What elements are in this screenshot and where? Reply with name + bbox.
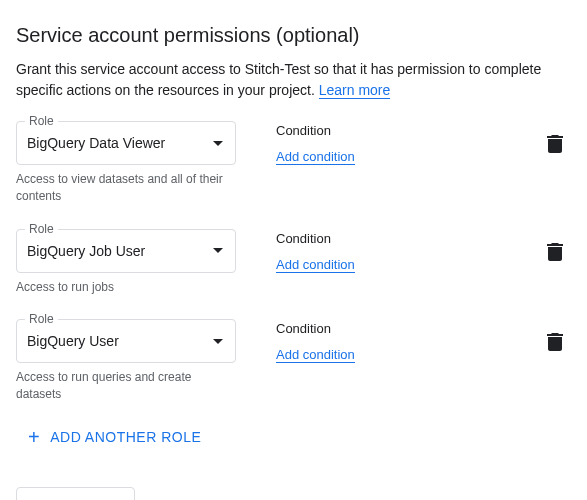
trash-icon [547,248,563,264]
delete-role-button[interactable] [547,121,571,156]
condition-label: Condition [276,123,507,138]
role-select[interactable]: RoleBigQuery Data Viewer [16,121,236,165]
condition-label: Condition [276,321,507,336]
role-row: RoleBigQuery Data ViewerAccess to view d… [16,121,571,205]
role-hint: Access to run queries and create dataset… [16,369,236,403]
role-select-value: BigQuery Data Viewer [27,135,213,151]
add-condition-link[interactable]: Add condition [276,257,355,273]
delete-role-button[interactable] [547,229,571,264]
add-condition-link[interactable]: Add condition [276,347,355,363]
role-row: RoleBigQuery UserAccess to run queries a… [16,319,571,403]
role-select-value: BigQuery User [27,333,213,349]
add-another-role-button[interactable]: + ADD ANOTHER ROLE [28,427,571,447]
role-select-label: Role [25,114,58,128]
chevron-down-icon [213,339,223,344]
role-select-value: BigQuery Job User [27,243,213,259]
page-title: Service account permissions (optional) [16,24,571,47]
add-condition-link[interactable]: Add condition [276,149,355,165]
page-description: Grant this service account access to Sti… [16,59,571,101]
learn-more-link[interactable]: Learn more [319,82,391,99]
chevron-down-icon [213,248,223,253]
continue-button[interactable]: CONTINUE [16,487,135,500]
role-select[interactable]: RoleBigQuery User [16,319,236,363]
plus-icon: + [28,427,40,447]
role-row: RoleBigQuery Job UserAccess to run jobsC… [16,229,571,296]
trash-icon [547,140,563,156]
cancel-button[interactable]: CANCEL [159,488,235,500]
role-select-label: Role [25,312,58,326]
add-another-label: ADD ANOTHER ROLE [50,429,201,445]
role-select-label: Role [25,222,58,236]
role-select[interactable]: RoleBigQuery Job User [16,229,236,273]
trash-icon [547,338,563,354]
delete-role-button[interactable] [547,319,571,354]
chevron-down-icon [213,141,223,146]
role-hint: Access to view datasets and all of their… [16,171,236,205]
role-hint: Access to run jobs [16,279,236,296]
condition-label: Condition [276,231,507,246]
